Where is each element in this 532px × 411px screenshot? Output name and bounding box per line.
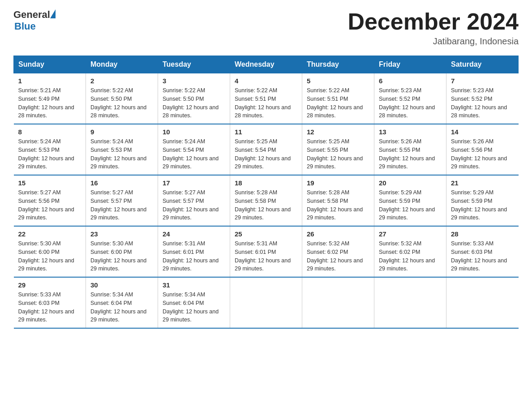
calendar-cell: 14Sunrise: 5:26 AMSunset: 5:56 PMDayligh… (446, 124, 519, 175)
calendar-week-5: 29Sunrise: 5:33 AMSunset: 6:03 PMDayligh… (14, 277, 519, 328)
page-header: General Blue December 2024 Jatibarang, I… (13, 9, 519, 47)
day-number: 17 (163, 179, 225, 187)
day-info: Sunrise: 5:23 AMSunset: 5:52 PMDaylight:… (451, 86, 514, 120)
calendar-cell: 27Sunrise: 5:32 AMSunset: 6:02 PMDayligh… (374, 226, 446, 277)
calendar-cell: 25Sunrise: 5:31 AMSunset: 6:01 PMDayligh… (230, 226, 302, 277)
calendar-cell: 4Sunrise: 5:22 AMSunset: 5:51 PMDaylight… (230, 73, 302, 124)
calendar-week-1: 1Sunrise: 5:21 AMSunset: 5:49 PMDaylight… (14, 73, 519, 124)
calendar-cell: 30Sunrise: 5:34 AMSunset: 6:04 PMDayligh… (86, 277, 158, 328)
day-number: 2 (90, 77, 153, 85)
day-info: Sunrise: 5:34 AMSunset: 6:04 PMDaylight:… (163, 291, 225, 324)
col-monday: Monday (86, 56, 158, 73)
day-info: Sunrise: 5:27 AMSunset: 5:57 PMDaylight:… (90, 188, 153, 222)
day-number: 1 (18, 77, 82, 85)
day-info: Sunrise: 5:22 AMSunset: 5:51 PMDaylight:… (235, 86, 297, 120)
logo-general-text: General (13, 9, 50, 21)
day-info: Sunrise: 5:22 AMSunset: 5:50 PMDaylight:… (90, 86, 153, 120)
day-number: 16 (90, 179, 153, 187)
day-info: Sunrise: 5:25 AMSunset: 5:54 PMDaylight:… (235, 137, 297, 171)
day-number: 7 (451, 77, 514, 85)
day-number: 9 (90, 128, 153, 136)
day-info: Sunrise: 5:29 AMSunset: 5:59 PMDaylight:… (451, 188, 514, 222)
day-number: 6 (379, 77, 442, 85)
col-wednesday: Wednesday (230, 56, 302, 73)
day-number: 22 (18, 230, 82, 238)
day-info: Sunrise: 5:24 AMSunset: 5:53 PMDaylight:… (18, 137, 82, 171)
calendar-cell: 26Sunrise: 5:32 AMSunset: 6:02 PMDayligh… (302, 226, 374, 277)
day-info: Sunrise: 5:31 AMSunset: 6:01 PMDaylight:… (163, 240, 225, 273)
calendar-cell: 22Sunrise: 5:30 AMSunset: 6:00 PMDayligh… (14, 226, 86, 277)
day-number: 4 (235, 77, 297, 85)
calendar-cell: 9Sunrise: 5:24 AMSunset: 5:53 PMDaylight… (86, 124, 158, 175)
calendar-header: Sunday Monday Tuesday Wednesday Thursday… (14, 56, 519, 73)
day-info: Sunrise: 5:32 AMSunset: 6:02 PMDaylight:… (307, 240, 369, 273)
title-area: December 2024 Jatibarang, Indonesia (348, 9, 519, 47)
calendar-cell: 31Sunrise: 5:34 AMSunset: 6:04 PMDayligh… (158, 277, 230, 328)
day-number: 14 (451, 128, 514, 136)
day-number: 25 (235, 230, 297, 238)
calendar-cell (374, 277, 446, 328)
calendar-cell: 1Sunrise: 5:21 AMSunset: 5:49 PMDaylight… (14, 73, 86, 124)
logo-blue-text: Blue (14, 21, 56, 32)
day-info: Sunrise: 5:24 AMSunset: 5:53 PMDaylight:… (90, 137, 153, 171)
calendar-body: 1Sunrise: 5:21 AMSunset: 5:49 PMDaylight… (14, 73, 519, 329)
day-number: 8 (18, 128, 82, 136)
calendar-cell: 28Sunrise: 5:33 AMSunset: 6:03 PMDayligh… (446, 226, 519, 277)
calendar-cell (230, 277, 302, 328)
calendar-cell (446, 277, 519, 328)
day-number: 3 (163, 77, 225, 85)
calendar-cell: 7Sunrise: 5:23 AMSunset: 5:52 PMDaylight… (446, 73, 519, 124)
day-info: Sunrise: 5:21 AMSunset: 5:49 PMDaylight:… (18, 86, 82, 120)
month-title: December 2024 (348, 9, 519, 34)
calendar-cell: 12Sunrise: 5:25 AMSunset: 5:55 PMDayligh… (302, 124, 374, 175)
calendar-cell: 17Sunrise: 5:27 AMSunset: 5:57 PMDayligh… (158, 175, 230, 226)
day-info: Sunrise: 5:26 AMSunset: 5:56 PMDaylight:… (451, 137, 514, 171)
calendar-cell: 29Sunrise: 5:33 AMSunset: 6:03 PMDayligh… (14, 277, 86, 328)
calendar-cell: 5Sunrise: 5:22 AMSunset: 5:51 PMDaylight… (302, 73, 374, 124)
calendar-cell: 2Sunrise: 5:22 AMSunset: 5:50 PMDaylight… (86, 73, 158, 124)
day-number: 12 (307, 128, 369, 136)
day-number: 20 (379, 179, 442, 187)
calendar-cell: 20Sunrise: 5:29 AMSunset: 5:59 PMDayligh… (374, 175, 446, 226)
calendar-cell: 13Sunrise: 5:26 AMSunset: 5:55 PMDayligh… (374, 124, 446, 175)
calendar-cell: 8Sunrise: 5:24 AMSunset: 5:53 PMDaylight… (14, 124, 86, 175)
day-number: 10 (163, 128, 225, 136)
calendar-cell: 16Sunrise: 5:27 AMSunset: 5:57 PMDayligh… (86, 175, 158, 226)
day-number: 19 (307, 179, 369, 187)
location-text: Jatibarang, Indonesia (348, 36, 519, 47)
calendar-week-4: 22Sunrise: 5:30 AMSunset: 6:00 PMDayligh… (14, 226, 519, 277)
calendar-cell: 3Sunrise: 5:22 AMSunset: 5:50 PMDaylight… (158, 73, 230, 124)
col-thursday: Thursday (302, 56, 374, 73)
day-number: 13 (379, 128, 442, 136)
calendar-cell: 23Sunrise: 5:30 AMSunset: 6:00 PMDayligh… (86, 226, 158, 277)
day-info: Sunrise: 5:28 AMSunset: 5:58 PMDaylight:… (235, 188, 297, 222)
col-tuesday: Tuesday (158, 56, 230, 73)
day-number: 21 (451, 179, 514, 187)
day-info: Sunrise: 5:28 AMSunset: 5:58 PMDaylight:… (307, 188, 369, 222)
calendar-cell: 15Sunrise: 5:27 AMSunset: 5:56 PMDayligh… (14, 175, 86, 226)
calendar-cell: 19Sunrise: 5:28 AMSunset: 5:58 PMDayligh… (302, 175, 374, 226)
day-info: Sunrise: 5:26 AMSunset: 5:55 PMDaylight:… (379, 137, 442, 171)
day-number: 24 (163, 230, 225, 238)
logo-triangle-icon (50, 9, 56, 18)
day-info: Sunrise: 5:30 AMSunset: 6:00 PMDaylight:… (18, 240, 82, 273)
calendar-cell: 21Sunrise: 5:29 AMSunset: 5:59 PMDayligh… (446, 175, 519, 226)
day-number: 18 (235, 179, 297, 187)
header-row: Sunday Monday Tuesday Wednesday Thursday… (14, 56, 519, 73)
day-info: Sunrise: 5:33 AMSunset: 6:03 PMDaylight:… (18, 291, 82, 324)
day-info: Sunrise: 5:34 AMSunset: 6:04 PMDaylight:… (90, 291, 153, 324)
calendar-cell: 24Sunrise: 5:31 AMSunset: 6:01 PMDayligh… (158, 226, 230, 277)
day-info: Sunrise: 5:29 AMSunset: 5:59 PMDaylight:… (379, 188, 442, 222)
day-number: 11 (235, 128, 297, 136)
calendar-week-3: 15Sunrise: 5:27 AMSunset: 5:56 PMDayligh… (14, 175, 519, 226)
day-number: 5 (307, 77, 369, 85)
calendar-cell: 11Sunrise: 5:25 AMSunset: 5:54 PMDayligh… (230, 124, 302, 175)
day-info: Sunrise: 5:25 AMSunset: 5:55 PMDaylight:… (307, 137, 369, 171)
day-info: Sunrise: 5:22 AMSunset: 5:50 PMDaylight:… (163, 86, 225, 120)
day-number: 27 (379, 230, 442, 238)
day-number: 30 (90, 281, 153, 289)
day-info: Sunrise: 5:27 AMSunset: 5:56 PMDaylight:… (18, 188, 82, 222)
day-number: 15 (18, 179, 82, 187)
day-info: Sunrise: 5:22 AMSunset: 5:51 PMDaylight:… (307, 86, 369, 120)
calendar-cell (302, 277, 374, 328)
